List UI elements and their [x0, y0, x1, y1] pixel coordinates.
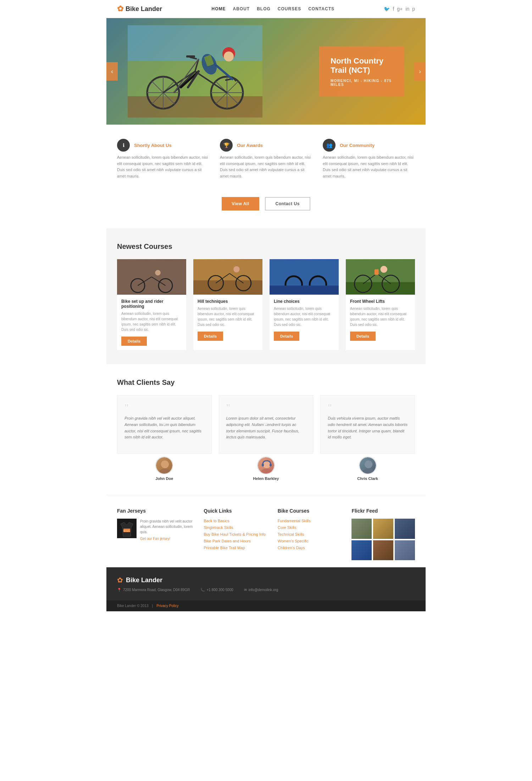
course-details-button-3[interactable]: Details: [350, 332, 376, 341]
svg-point-55: [159, 469, 171, 474]
contact-us-button[interactable]: Contact Us: [265, 197, 310, 211]
privacy-policy-link[interactable]: Privacy Policy: [156, 604, 178, 608]
author-name-0: John Doe: [155, 476, 173, 481]
view-all-button[interactable]: View All: [222, 197, 259, 211]
nav-contacts[interactable]: CONTACTS: [308, 6, 334, 11]
logo-icon: ✿: [117, 4, 123, 13]
flickr-image-3[interactable]: [351, 540, 372, 561]
course-link-2[interactable]: Technical Skills: [278, 532, 341, 536]
svg-point-61: [363, 469, 374, 474]
about-text-2: Aenean sollicitudin, lorem quis bibendum…: [323, 154, 415, 179]
svg-text:Bike Lander: Bike Lander: [123, 530, 131, 532]
quick-link-1[interactable]: Singletrack Skills: [204, 525, 267, 530]
testimonials-grid: " Proin gravida nibh vel velit auctor al…: [117, 395, 415, 480]
course-link-0[interactable]: Fundamental Skills: [278, 519, 341, 523]
courses-section: Newest Courses Bike set up and rider pos…: [106, 228, 426, 364]
pinterest-icon[interactable]: p: [412, 6, 415, 12]
course-image-2: [270, 259, 339, 295]
logo[interactable]: ✿ Bike Lander: [117, 4, 162, 13]
flickr-image-1[interactable]: [373, 519, 393, 539]
course-link-3[interactable]: Women's Specific: [278, 539, 341, 543]
jersey-description: Proin gravida nibh vel velit auctor aliq…: [140, 519, 193, 535]
about-text-0: Aenean sollicitudin, lorem quis bibendum…: [117, 154, 209, 179]
about-section: ℹ Shortly About Us Aenean sollicitudin, …: [106, 125, 426, 228]
flickr-image-5[interactable]: [395, 540, 415, 561]
nav-home[interactable]: HOME: [212, 6, 226, 11]
hero-cyclist-image: [128, 25, 262, 118]
flickr-image-4[interactable]: [373, 540, 393, 561]
testimonial-author-1: Helen Barkley: [219, 457, 314, 481]
svg-point-52: [381, 266, 388, 273]
quick-link-0[interactable]: Back to Basics: [204, 519, 267, 523]
jersey-image: Bike Lander: [117, 519, 137, 538]
header: ✿ Bike Lander HOME ABOUT BLOG COURSES CO…: [106, 0, 426, 18]
footer-dark: ✿ Bike Lander 📍 7200 Marmora Road, Glasg…: [106, 567, 426, 600]
course-link-4[interactable]: Children's Days: [278, 546, 341, 550]
quick-link-4[interactable]: Printable Bike Trail Map: [204, 546, 267, 550]
course-details-button-2[interactable]: Details: [274, 332, 299, 341]
course-details-button-1[interactable]: Details: [198, 332, 223, 341]
course-name-1: Hill techniques: [198, 299, 258, 304]
flickr-grid: [351, 519, 415, 561]
author-avatar-0: [155, 457, 173, 474]
footer-links-title: Quick Links: [204, 508, 267, 514]
quick-link-2[interactable]: Buy Bike Haul Tickets & Pricing Info: [204, 532, 267, 536]
course-link-1[interactable]: Core Skills: [278, 525, 341, 530]
footer-courses-title: Bike Courses: [278, 508, 341, 514]
community-icon: 👥: [323, 139, 336, 152]
about-item-0: ℹ Shortly About Us Aenean sollicitudin, …: [117, 139, 209, 179]
nav-about[interactable]: ABOUT: [233, 6, 250, 11]
testimonial-card-2: " Duis vehicula viverra ipsum, auctor ma…: [320, 395, 415, 453]
info-icon: ℹ: [117, 139, 130, 152]
hero-prev-button[interactable]: ‹: [106, 62, 118, 81]
course-name-2: Line choices: [274, 299, 334, 304]
flickr-image-0[interactable]: [351, 519, 372, 539]
svg-rect-59: [270, 464, 272, 466]
about-text-1: Aenean sollicitudin, lorem quis bibendum…: [220, 154, 312, 179]
course-name-0: Bike set up and rider positioning: [121, 299, 182, 309]
svg-rect-58: [262, 464, 264, 466]
footer-jersey-content: Bike Lander Proin gravida nibh vel velit…: [117, 519, 193, 541]
hero-next-button[interactable]: ›: [414, 62, 426, 81]
facebook-icon[interactable]: f: [393, 6, 394, 12]
testimonial-wrapper-0: " Proin gravida nibh vel velit auctor al…: [117, 395, 212, 480]
nav-courses[interactable]: COURSES: [278, 6, 301, 11]
nav-blog[interactable]: BLOG: [257, 6, 271, 11]
author-name-2: Chris Clark: [357, 476, 378, 481]
svg-point-60: [365, 460, 372, 468]
course-details-button-0[interactable]: Details: [121, 337, 147, 346]
quick-link-3[interactable]: Bike Park Dates and Hours: [204, 539, 267, 543]
footer-dark-logo-text: Bike Lander: [126, 577, 162, 584]
course-body-0: Bike set up and rider positioning Aenean…: [117, 295, 186, 350]
footer-col-jerseys: Fan Jerseys Bike Lander Proin gravida ni…: [117, 508, 193, 561]
jersey-link[interactable]: Get our Fan jersey!: [140, 537, 193, 541]
flickr-image-2[interactable]: [395, 519, 415, 539]
svg-rect-45: [270, 286, 339, 294]
email-icon: ✉: [244, 588, 247, 592]
author-name-1: Helen Barkley: [253, 476, 279, 481]
quote-icon-1: ": [226, 403, 306, 413]
google-plus-icon[interactable]: g+: [397, 6, 403, 12]
course-name-3: Front Wheel Lifts: [350, 299, 411, 304]
about-item-2: 👥 Our Community Aenean sollicitudin, lor…: [323, 139, 415, 179]
svg-rect-2: [128, 25, 262, 61]
testimonials-title: What Clients Say: [117, 378, 415, 387]
linkedin-icon[interactable]: in: [405, 6, 409, 12]
about-title-1: Our Awards: [237, 143, 263, 148]
footer-flickr-title: Flickr Feed: [351, 508, 415, 514]
copyright-text: Bike Lander © 2013: [117, 604, 149, 608]
svg-point-41: [233, 266, 240, 273]
footer-phone: 📞 +1 800 300 5000: [200, 588, 233, 592]
quote-icon-2: ": [328, 403, 408, 413]
course-image-0: [117, 259, 186, 295]
phone-icon: 📞: [200, 588, 205, 592]
social-icons: 🐦 f g+ in p: [384, 6, 415, 12]
author-avatar-2: [359, 457, 377, 474]
footer-main: Fan Jerseys Bike Lander Proin gravida ni…: [106, 495, 426, 568]
testimonial-author-2: Chris Clark: [320, 457, 415, 481]
svg-point-54: [161, 460, 169, 468]
twitter-icon[interactable]: 🐦: [384, 6, 390, 12]
course-card-1: Hill techniques Aenean sollicitudin, lor…: [193, 259, 262, 350]
testimonials-section: What Clients Say " Proin gravida nibh ve…: [106, 364, 426, 495]
hero-subtitle: MORENCI, MI - HIKING - 875 MILES: [331, 78, 393, 86]
